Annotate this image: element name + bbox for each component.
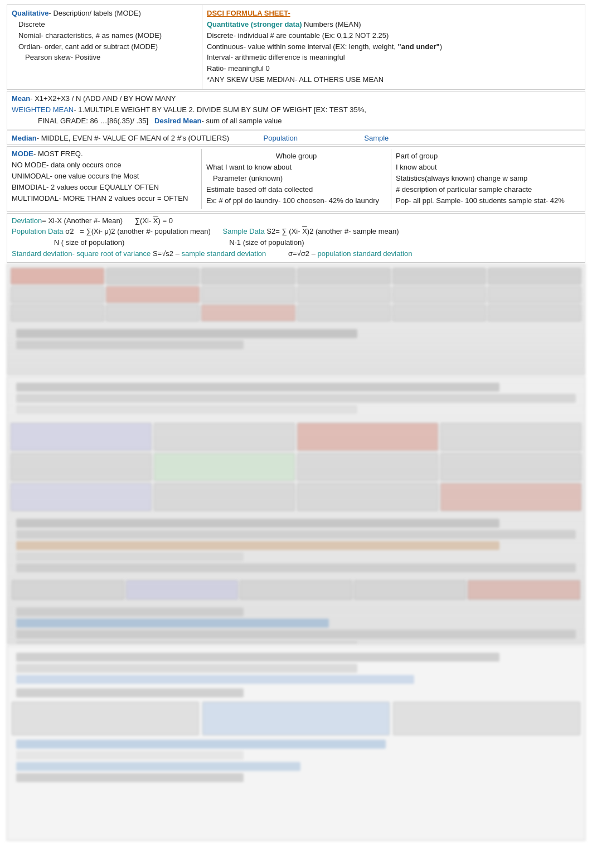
pop-sample-line: Pop- all ppl. Sample- 100 students sampl… xyxy=(396,196,576,206)
right-column: DSCI FORMULA SHEET- Quantitative (strong… xyxy=(202,5,585,89)
mode-rest: - MOST FREQ. xyxy=(33,150,83,158)
deviation-section: Deviation= Xi-X (Another #- Mean) ∑(Xi- … xyxy=(7,213,585,263)
continuous-right: Continuous- value within some interval (… xyxy=(207,42,580,52)
discrete-right: Discrete- individual # are countable (Ex… xyxy=(207,31,580,41)
n-size-line: N ( size of population) N-1 (size of pop… xyxy=(12,238,580,248)
blurred-content-1 xyxy=(7,264,585,375)
sample-header: Sample xyxy=(364,134,389,142)
mode-left: MODE- MOST FREQ. NO MODE- data only occu… xyxy=(12,149,201,209)
median-line: Median- MIDDLE, EVEN #- VALUE OF MEAN of… xyxy=(12,133,580,144)
pearson-line: Pearson skew- Positive xyxy=(12,52,197,63)
deviation-formula: = Xi-X (Another #- Mean) xyxy=(42,216,123,225)
skew-right: *ANY SKEW USE MEDIAN- ALL OTHERS USE MEA… xyxy=(207,75,580,85)
top-section: Qualitative- Description/ labels (MODE) … xyxy=(7,4,585,90)
blurred-content-3 xyxy=(7,645,585,841)
estimate: Estimate based off data collected xyxy=(206,185,386,195)
page-wrapper: Qualitative- Description/ labels (MODE) … xyxy=(0,0,592,847)
deviation-line: Deviation= Xi-X (Another #- Mean) ∑(Xi- … xyxy=(12,216,580,226)
mode-section: MODE- MOST FREQ. NO MODE- data only occu… xyxy=(7,146,585,211)
sample-column: Part of group I know about Statistics(al… xyxy=(391,149,580,209)
qualitative-rest: - Description/ labels (MODE) xyxy=(48,9,140,17)
parameter: Parameter (unknown) xyxy=(206,173,386,184)
multimodal-line: MULTIMODAL- MORE THAN 2 values occur = O… xyxy=(12,194,197,204)
pop-variance-formula: σ2 = ∑(Xi- μ)2 (another #- population me… xyxy=(65,227,211,235)
left-column: Qualitative- Description/ labels (MODE) … xyxy=(7,5,202,89)
pop-data-label: Population Data xyxy=(12,227,64,235)
median-label: Median xyxy=(12,134,37,142)
sample-std-text: S=√s2 – xyxy=(153,249,182,258)
mode-line: MODE- MOST FREQ. xyxy=(12,149,197,160)
sum-formula: ∑(Xi- X) = 0 xyxy=(135,216,173,225)
what-i-want: What I want to know about xyxy=(206,162,386,173)
blurred-content-2 xyxy=(7,377,585,644)
quantitative-label: Quantitative (stronger data) xyxy=(207,20,302,28)
mean-label: Mean xyxy=(12,94,30,103)
median-section: Median- MIDDLE, EVEN #- VALUE OF MEAN of… xyxy=(7,131,585,145)
desired-mean-label: Desired Mean xyxy=(154,117,202,125)
final-grade-line: FINAL GRADE: 86 …[86(.35)/ .35] Desired … xyxy=(12,116,580,127)
n-size-text: N ( size of population) xyxy=(54,238,124,247)
weighted-rest: - 1.MULTIPLE WEIGHT BY VALUE 2. DIVIDE S… xyxy=(74,105,366,114)
ordinal-line: Ordian- order, cant add or subtract (MOD… xyxy=(12,42,197,52)
n1-size-text: N-1 (size of population) xyxy=(229,238,304,247)
bimodal-line: BIMODIAL- 2 values occur EQUALLY OFTEN xyxy=(12,182,197,193)
description-line: # description of particular sample chara… xyxy=(396,185,576,195)
std-dev-line: Standard deviation- square root of varia… xyxy=(12,249,580,259)
median-rest: - MIDDLE, EVEN #- VALUE OF MEAN of 2 #'s… xyxy=(37,134,229,142)
discrete-line: Discrete xyxy=(12,20,197,30)
i-know: I know about xyxy=(396,162,576,173)
mean-line: Mean- X1+X2+X3 / N (ADD AND / BY HOW MAN… xyxy=(12,94,580,104)
mean-section: Mean- X1+X2+X3 / N (ADD AND / BY HOW MAN… xyxy=(7,91,585,130)
deviation-label: Deviation xyxy=(12,216,42,225)
weighted-mean-line: WEIGHTED MEAN- 1.MULTIPLE WEIGHT BY VALU… xyxy=(12,105,580,115)
population-column: Whole group What I want to know about Pa… xyxy=(202,149,391,209)
mode-columns: MODE- MOST FREQ. NO MODE- data only occu… xyxy=(12,149,580,209)
quantitative-rest: Numbers (MEAN) xyxy=(302,20,361,28)
sample-std-label: sample standard deviation xyxy=(182,249,266,258)
whole-group: Whole group xyxy=(206,151,386,162)
nominal-line: Nomial- characteristics, # as names (MOD… xyxy=(12,31,197,41)
pop-sample-columns: Whole group What I want to know about Pa… xyxy=(201,149,580,209)
example-pop: Ex: # of ppl do laundry- 100 choosen- 42… xyxy=(206,196,386,206)
sample-data-label: Sample Data xyxy=(223,227,265,235)
final-grade-text: FINAL GRADE: 86 …[86(.35)/ .35] xyxy=(38,117,148,125)
weighted-label: WEIGHTED MEAN xyxy=(12,105,74,114)
population-data-line: Population Data σ2 = ∑(Xi- μ)2 (another … xyxy=(12,226,580,237)
mean-formula: - X1+X2+X3 / N (ADD AND / BY HOW MANY xyxy=(30,94,176,103)
desired-rest: - sum of all sample value xyxy=(202,117,282,125)
pop-std-label: population standard deviation xyxy=(318,249,413,258)
formula-sheet-title: DSCI FORMULA SHEET- xyxy=(207,9,290,17)
part-of-group: Part of group xyxy=(396,151,576,162)
statistics-line: Statistics(always known) change w samp xyxy=(396,173,576,184)
qualitative-label: Qualitative xyxy=(12,9,48,17)
interval-right: Interval- arithmetic difference is meani… xyxy=(207,52,580,63)
std-dev-label: Standard deviation- square root of varia… xyxy=(12,249,151,258)
mode-label: MODE xyxy=(12,150,33,158)
ratio-right: Ratio- meaningful 0 xyxy=(207,64,580,74)
population-header: Population xyxy=(264,134,298,142)
sample-variance-formula: S2= ∑ (Xi- X)2 (another #- sample mean) xyxy=(266,227,399,235)
pop-std-formula: σ=√σ2 – xyxy=(288,249,317,258)
no-mode-line: NO MODE- data only occurs once xyxy=(12,160,197,171)
unimodal-line: UNIMODAL- one value occurs the Most xyxy=(12,171,197,182)
